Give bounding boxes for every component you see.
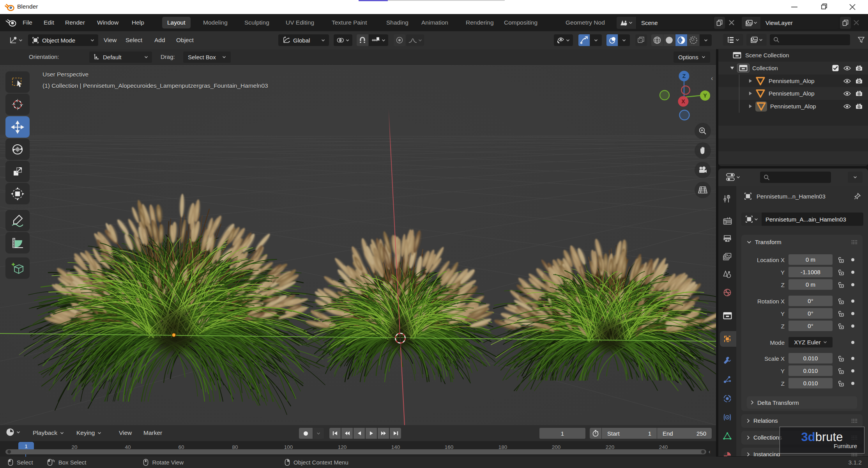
svg-text:Z: Z [682,73,686,79]
svg-text:X: X [681,98,685,105]
svg-text:Y: Y [703,92,707,99]
